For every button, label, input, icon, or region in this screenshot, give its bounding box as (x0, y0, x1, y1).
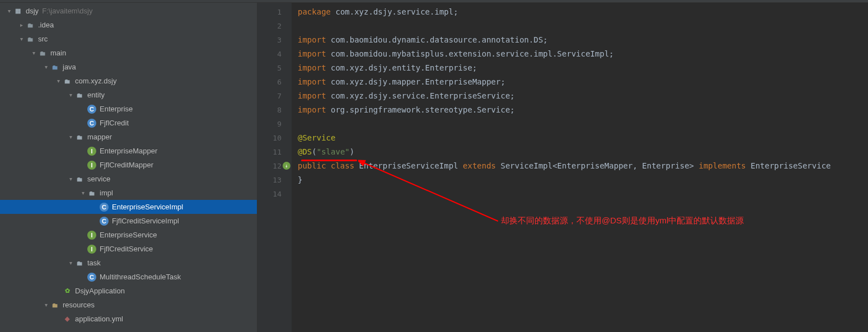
class-icon: C (100, 203, 109, 212)
gutter-line: 1 (257, 5, 292, 19)
tree-item[interactable]: ▾🖿service (0, 172, 257, 186)
package-icon: 🖿 (75, 91, 84, 100)
gutter-line: 14 (257, 187, 292, 201)
folder-icon: 🖿 (38, 49, 47, 58)
project-tree-panel[interactable]: ▾▦dsjyF:\javaitem\dsjy▸🖿.idea▾🖿src▾🖿main… (0, 3, 257, 332)
expand-arrow-icon[interactable]: ▾ (66, 92, 75, 98)
tree-item[interactable]: ▾🖿com.xyz.dsjy (0, 74, 257, 88)
code-line[interactable] (298, 19, 868, 33)
tree-item-label: com.xyz.dsjy (75, 77, 116, 85)
project-tree[interactable]: ▾▦dsjyF:\javaitem\dsjy▸🖿.idea▾🖿src▾🖿main… (0, 3, 257, 327)
tree-item[interactable]: ▾🖿impl (0, 186, 257, 200)
interface-icon: I (87, 231, 96, 240)
tree-item[interactable]: ✿DsjyApplication (0, 284, 257, 298)
expand-arrow-icon[interactable]: ▾ (4, 8, 13, 14)
gutter-line: 4 (257, 47, 292, 61)
tree-item-label: application.yml (75, 315, 123, 323)
tree-item-label: FjflCreditMapper (100, 161, 153, 169)
tree-item[interactable]: ▾🖿task (0, 256, 257, 270)
resource-folder-icon: 🖿 (50, 301, 59, 310)
tree-item-label: main (50, 49, 66, 57)
gutter-line: 11 (257, 145, 292, 159)
yml-icon: ◆ (63, 315, 72, 324)
expand-arrow-icon[interactable]: ▸ (17, 22, 26, 28)
class-icon: C (87, 105, 96, 114)
tree-item[interactable]: ▾🖿src (0, 32, 257, 46)
tree-item-label: dsjy (26, 7, 39, 15)
code-line[interactable]: import com.xyz.dsjy.service.EnterpriseSe… (298, 89, 868, 103)
interface-icon: I (87, 245, 96, 254)
main-area: ▾▦dsjyF:\javaitem\dsjy▸🖿.idea▾🖿src▾🖿main… (0, 3, 868, 332)
expand-arrow-icon[interactable]: ▾ (78, 190, 87, 196)
tree-item[interactable]: CFjflCredit (0, 116, 257, 130)
code-line[interactable]: public class EnterpriseServiceImpl exten… (298, 159, 868, 173)
tree-item[interactable]: ▾▦dsjyF:\javaitem\dsjy (0, 4, 257, 18)
tree-item-label: .idea (38, 21, 54, 29)
gutter-line: 13 (257, 173, 292, 187)
class-icon: C (100, 217, 109, 226)
code-line[interactable] (298, 187, 868, 201)
tree-item[interactable]: ▾🖿java (0, 60, 257, 74)
tree-item[interactable]: ▸🖿.idea (0, 18, 257, 32)
tree-item[interactable]: IFjflCreditService (0, 242, 257, 256)
tree-item[interactable]: CMultithreadScheduleTask (0, 270, 257, 284)
code-area[interactable]: package com.xyz.dsjy.service.impl;import… (292, 3, 868, 332)
tree-item[interactable]: CEnterprise (0, 102, 257, 116)
code-line[interactable]: @Service (298, 131, 868, 145)
path-label: F:\javaitem\dsjy (42, 7, 92, 15)
tree-item-label: EnterpriseService (100, 231, 157, 239)
implement-gutter-icon[interactable]: ↓ (283, 162, 290, 170)
code-line[interactable]: } (298, 173, 868, 187)
tree-item[interactable]: CFjflCreditServiceImpl (0, 214, 257, 228)
package-icon: 🖿 (63, 77, 72, 86)
gutter-line: 10 (257, 131, 292, 145)
tree-item[interactable]: ◆application.yml (0, 312, 257, 326)
tree-item-label: src (38, 35, 48, 43)
tree-item[interactable]: ▾🖿main (0, 46, 257, 60)
folder-icon: 🖿 (26, 21, 35, 30)
class-icon: C (87, 119, 96, 128)
source-folder-icon: 🖿 (50, 63, 59, 72)
package-icon: 🖿 (75, 175, 84, 184)
tree-item-label: service (87, 175, 110, 183)
tree-item[interactable]: IFjflCreditMapper (0, 158, 257, 172)
tree-item[interactable]: IEnterpriseService (0, 228, 257, 242)
code-line[interactable]: import org.springframework.stereotype.Se… (298, 103, 868, 117)
expand-arrow-icon[interactable]: ▾ (41, 64, 50, 70)
tree-item-label: resources (63, 301, 95, 309)
code-line[interactable]: import com.baomidou.dynamic.datasource.a… (298, 33, 868, 47)
tree-item[interactable]: IEnterpriseMapper (0, 144, 257, 158)
code-line[interactable]: @DS("slave") (298, 145, 868, 159)
folder-icon: 🖿 (26, 35, 35, 44)
tree-item[interactable]: ▾🖿entity (0, 88, 257, 102)
expand-arrow-icon[interactable]: ▾ (41, 302, 50, 308)
expand-arrow-icon[interactable]: ▾ (66, 134, 75, 140)
expand-arrow-icon[interactable]: ▾ (66, 260, 75, 266)
code-line[interactable]: import com.xyz.dsjy.entity.Enterprise; (298, 61, 868, 75)
package-icon: 🖿 (75, 133, 84, 142)
tree-item[interactable]: ▾🖿resources (0, 298, 257, 312)
tree-item-label: DsjyApplication (75, 287, 125, 295)
code-editor[interactable]: 123456789101112↓1314 package com.xyz.dsj… (257, 3, 868, 332)
code-line[interactable]: import com.xyz.dsjy.mapper.EnterpriseMap… (298, 75, 868, 89)
tree-item-label: EnterpriseServiceImpl (112, 203, 183, 211)
tree-item-label: entity (87, 91, 105, 99)
gutter-line: 3 (257, 33, 292, 47)
code-line[interactable]: import com.baomidou.mybatisplus.extensio… (298, 47, 868, 61)
code-line[interactable] (298, 117, 868, 131)
tree-item[interactable]: ▾🖿mapper (0, 130, 257, 144)
expand-arrow-icon[interactable]: ▾ (66, 176, 75, 182)
tree-item-label: FjflCreditServiceImpl (112, 217, 179, 225)
gutter-line: 6 (257, 75, 292, 89)
tree-item[interactable]: CEnterpriseServiceImpl (0, 200, 257, 214)
spring-icon: ✿ (63, 287, 72, 296)
tree-item-label: java (63, 63, 76, 71)
code-line[interactable]: package com.xyz.dsjy.service.impl; (298, 5, 868, 19)
expand-arrow-icon[interactable]: ▾ (17, 36, 26, 42)
class-icon: C (87, 273, 96, 282)
tree-item-label: EnterpriseMapper (100, 147, 157, 155)
tree-item-label: FjflCreditService (100, 245, 153, 253)
expand-arrow-icon[interactable]: ▾ (29, 50, 38, 56)
gutter-line: 9 (257, 117, 292, 131)
expand-arrow-icon[interactable]: ▾ (54, 78, 63, 84)
